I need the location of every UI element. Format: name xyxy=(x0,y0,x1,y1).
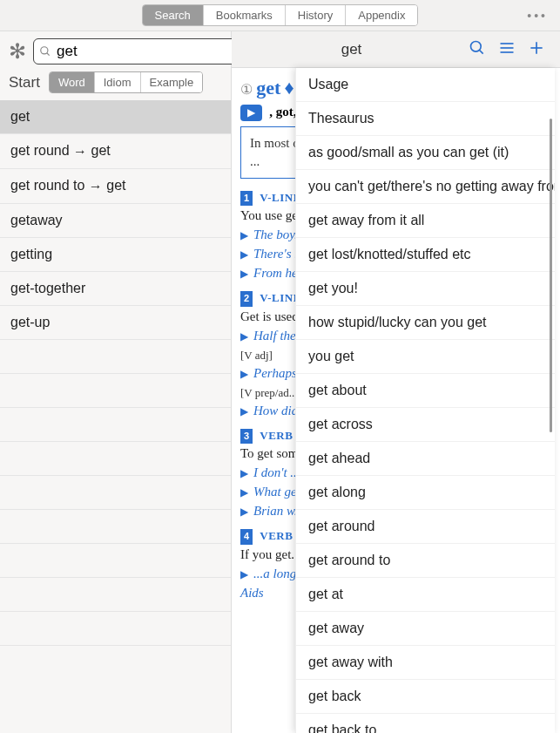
result-row-empty xyxy=(0,476,231,510)
result-row-empty xyxy=(0,544,231,578)
example-bullet-icon: ▶ xyxy=(240,405,248,417)
tab-bookmarks[interactable]: Bookmarks xyxy=(204,5,286,25)
audio-icon[interactable]: ▶ xyxy=(240,105,262,121)
headword: get xyxy=(256,77,280,98)
example-bullet-icon: ▶ xyxy=(240,268,248,280)
dropdown-item[interactable]: get about xyxy=(296,374,555,408)
dropdown-item[interactable]: get ahead xyxy=(296,442,555,476)
tab-appendix[interactable]: Appendix xyxy=(346,5,417,25)
result-row[interactable]: getaway xyxy=(0,204,231,238)
result-row[interactable]: get-up xyxy=(0,306,231,340)
dropdown-item[interactable]: you get xyxy=(296,340,555,374)
dropdown-item[interactable]: get lost/knotted/stuffed etc xyxy=(296,238,555,272)
example-bullet-icon: ▶ xyxy=(240,486,248,499)
result-row-empty xyxy=(0,578,231,612)
result-row-empty xyxy=(0,340,231,374)
tab-search[interactable]: Search xyxy=(143,5,204,25)
example-bullet-icon: ▶ xyxy=(240,330,248,343)
search-icon xyxy=(39,45,51,58)
sense-number: 4 xyxy=(240,529,253,544)
dropdown-item[interactable]: get at xyxy=(296,578,555,612)
pos-label: VERB xyxy=(260,529,293,542)
dropdown-item[interactable]: Usage xyxy=(296,68,555,102)
filter-example[interactable]: Example xyxy=(141,72,203,92)
dropdown-item[interactable]: get around to xyxy=(296,544,555,578)
dropdown-item[interactable]: Thesaurus xyxy=(296,102,555,136)
result-row-empty xyxy=(0,612,231,646)
results-list: getget round → getget round to → getgeta… xyxy=(0,100,231,733)
result-row[interactable]: get round → get xyxy=(0,134,231,169)
svg-line-1 xyxy=(47,53,50,56)
result-row[interactable]: get round to → get xyxy=(0,169,231,204)
pos-label: VERB xyxy=(260,429,293,442)
dropdown-item[interactable]: get across xyxy=(296,408,555,442)
dropdown-item[interactable]: get you! xyxy=(296,272,555,306)
filter-segment: Word Idiom Example xyxy=(49,71,203,93)
result-row-empty xyxy=(0,374,231,408)
sense-number: 2 xyxy=(240,291,253,306)
svg-line-3 xyxy=(480,50,483,53)
example-bullet-icon: ▶ xyxy=(240,248,248,261)
frequency-icon: ♦ xyxy=(284,77,293,98)
sense-number: 1 xyxy=(240,191,253,206)
start-label[interactable]: Start xyxy=(9,74,40,92)
example-bullet-icon: ▶ xyxy=(240,368,248,380)
example-bullet-icon: ▶ xyxy=(240,506,248,518)
dropdown-item[interactable]: get around xyxy=(296,510,555,544)
result-row-empty xyxy=(0,408,231,442)
dropdown-item[interactable]: get back to xyxy=(296,714,555,733)
sense-number: 3 xyxy=(240,429,253,444)
entry-title: get xyxy=(240,41,462,58)
search-entry-icon[interactable] xyxy=(462,39,492,60)
scrollbar[interactable] xyxy=(550,119,552,432)
dropdown-item[interactable]: get away xyxy=(296,612,555,646)
more-icon[interactable]: ••• xyxy=(527,9,548,23)
dropdown-item[interactable]: you can't get/there's no getting away fr… xyxy=(296,170,555,204)
svg-point-0 xyxy=(41,47,48,54)
phrases-dropdown: UsageThesaurusas good/small as you can g… xyxy=(295,68,555,733)
right-panel: get ① get ♦ ▶ , got, getting, got In mos… xyxy=(232,31,560,733)
dropdown-item[interactable]: how stupid/lucky can you get xyxy=(296,306,555,340)
svg-point-2 xyxy=(471,41,482,51)
entry-number: ① xyxy=(240,82,253,97)
result-row[interactable]: get xyxy=(0,100,231,134)
example: I don't ... xyxy=(253,465,300,479)
pattern: [V prep/ad... xyxy=(240,386,297,399)
filter-word[interactable]: Word xyxy=(50,72,95,92)
wildcard-icon[interactable]: ✻ xyxy=(9,39,26,64)
example-bullet-icon: ▶ xyxy=(240,229,248,241)
top-segment: Search Bookmarks History Appendix xyxy=(142,4,419,26)
entry-header: get xyxy=(232,31,560,68)
top-tab-bar: Search Bookmarks History Appendix ••• xyxy=(0,0,560,31)
example-bullet-icon: ▶ xyxy=(240,467,248,479)
dropdown-item[interactable]: get away from it all xyxy=(296,204,555,238)
dropdown-item[interactable]: as good/small as you can get (it) xyxy=(296,136,555,170)
add-icon[interactable] xyxy=(522,39,551,60)
pattern: [V adj] xyxy=(240,349,273,362)
tab-history[interactable]: History xyxy=(286,5,346,25)
filter-idiom[interactable]: Idiom xyxy=(95,72,141,92)
dropdown-item[interactable]: get back xyxy=(296,680,555,714)
result-row-empty xyxy=(0,442,231,476)
dropdown-item[interactable]: get away with xyxy=(296,646,555,680)
dropdown-item[interactable]: get along xyxy=(296,476,555,510)
example-bullet-icon: ▶ xyxy=(240,568,248,580)
result-row-empty xyxy=(0,510,231,544)
search-input[interactable] xyxy=(51,41,246,62)
menu-icon[interactable] xyxy=(492,39,522,60)
result-row[interactable]: getting xyxy=(0,238,231,272)
result-row[interactable]: get-together xyxy=(0,272,231,306)
left-panel: ✻ ✕ Start Word Idiom Example getget roun… xyxy=(0,31,232,733)
